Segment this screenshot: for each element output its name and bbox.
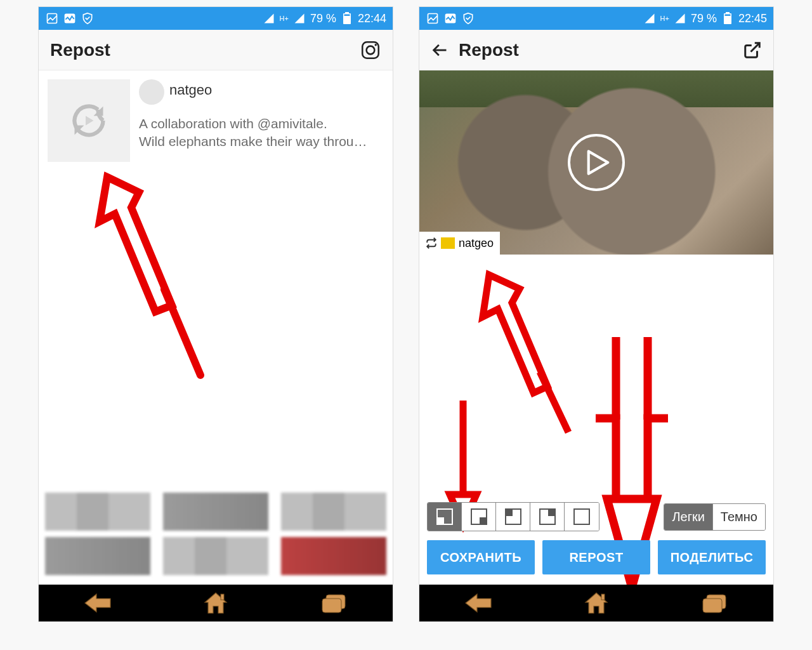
svg-marker-31: [466, 594, 491, 612]
picture-icon: [45, 11, 59, 25]
status-bar: H+ 79 % 22:44: [39, 7, 393, 30]
svg-marker-23: [589, 151, 608, 173]
post-thumbnail: [48, 79, 130, 162]
signal-icon: [673, 11, 687, 25]
natgeo-logo-icon: [441, 237, 455, 249]
nav-home-icon[interactable]: [200, 590, 232, 616]
shield-icon: [461, 11, 475, 25]
post-caption: A collaboration with @amivitale. Wild el…: [139, 115, 384, 151]
open-external-icon[interactable]: [743, 41, 762, 60]
annotation-arrow: [89, 166, 229, 346]
save-button[interactable]: СОХРАНИТЬ: [427, 540, 535, 574]
svg-rect-0: [48, 14, 57, 23]
repost-button[interactable]: REPOST: [542, 540, 650, 574]
svg-rect-32: [601, 594, 605, 600]
avatar: [139, 79, 164, 105]
battery-percent: 79 %: [310, 12, 336, 25]
watermark-username: natgeo: [459, 237, 494, 250]
signal-icon: [643, 11, 657, 25]
position-top-right[interactable]: [530, 503, 565, 531]
svg-marker-10: [100, 177, 172, 312]
svg-rect-3: [345, 12, 349, 13]
position-bottom-left[interactable]: [428, 503, 462, 531]
svg-rect-15: [322, 599, 341, 613]
back-icon[interactable]: [431, 41, 449, 59]
signal-icon: [292, 11, 306, 25]
position-top-left[interactable]: [496, 503, 530, 531]
clock: 22:45: [738, 12, 767, 25]
app-bar: Repost: [419, 30, 773, 70]
svg-rect-4: [344, 16, 350, 23]
svg-rect-16: [428, 14, 438, 23]
nav-home-icon[interactable]: [580, 590, 612, 616]
app-title: Repost: [459, 40, 519, 60]
svg-line-22: [751, 43, 760, 51]
nav-back-icon[interactable]: [462, 590, 494, 616]
instagram-icon[interactable]: [360, 39, 381, 61]
network-type-label: H+: [280, 15, 289, 22]
theme-dark-button[interactable]: Темно: [712, 504, 765, 530]
app-title: Repost: [50, 40, 110, 60]
battery-icon: [340, 11, 354, 25]
position-bottom-right[interactable]: [462, 503, 496, 531]
svg-rect-34: [703, 599, 722, 613]
blurred-content: [45, 493, 386, 585]
theme-toggle-group: Легки Темно: [664, 503, 766, 531]
nav-bar: [419, 585, 773, 621]
watermark-position-group: [427, 502, 599, 531]
battery-icon: [721, 11, 735, 25]
svg-rect-5: [344, 15, 350, 17]
svg-line-11: [164, 289, 200, 375]
activity-icon: [63, 11, 77, 25]
activity-icon: [443, 11, 457, 25]
position-none[interactable]: [565, 503, 599, 531]
svg-rect-19: [726, 12, 730, 13]
clock: 22:44: [358, 12, 386, 25]
repost-icon: [426, 237, 437, 249]
svg-marker-9: [86, 116, 94, 126]
play-icon[interactable]: [568, 134, 625, 191]
phone-left: H+ 79 % 22:44 Repost: [38, 6, 393, 622]
status-bar: H+ 79 % 22:45: [419, 7, 773, 30]
video-preview[interactable]: natgeo: [419, 70, 773, 255]
nav-recent-icon[interactable]: [318, 590, 350, 616]
nav-recent-icon[interactable]: [698, 590, 730, 616]
svg-marker-12: [85, 594, 110, 612]
post-username: natgeo: [169, 82, 212, 98]
signal-icon: [262, 11, 276, 25]
share-button[interactable]: ПОДЕЛИТЬС: [658, 540, 766, 574]
nav-back-icon[interactable]: [82, 590, 114, 616]
network-type-label: H+: [660, 15, 669, 22]
app-bar: Repost: [39, 30, 393, 70]
svg-marker-24: [483, 275, 547, 393]
svg-point-7: [367, 46, 375, 54]
watermark-badge: natgeo: [419, 232, 500, 255]
loading-icon: [70, 102, 108, 140]
picture-icon: [426, 11, 440, 25]
nav-bar: [39, 585, 393, 621]
shield-icon: [81, 11, 95, 25]
battery-percent: 79 %: [691, 12, 717, 25]
svg-point-8: [375, 44, 377, 46]
svg-rect-20: [724, 15, 730, 17]
svg-line-25: [540, 372, 568, 432]
annotation-arrow: [476, 267, 591, 409]
post-list-item[interactable]: natgeo A collaboration with @amivitale. …: [39, 70, 393, 171]
theme-light-button[interactable]: Легки: [664, 504, 712, 530]
svg-rect-13: [221, 594, 224, 600]
phone-right: H+ 79 % 22:45 Repost: [419, 6, 774, 622]
